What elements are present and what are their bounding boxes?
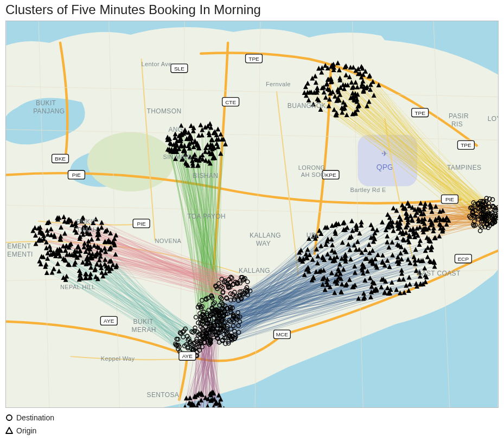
place-label: RIS	[451, 120, 463, 128]
highway-tag-label: TPE	[414, 110, 425, 116]
place-label: NEPAL HILL	[60, 284, 95, 290]
place-label: TIMAH	[76, 226, 98, 234]
highway-tag-label: PIE	[137, 221, 146, 227]
place-label: WAY	[256, 240, 271, 247]
place-label: LOYA	[488, 115, 498, 123]
highway-tag-label: ECP	[458, 256, 469, 262]
triangle-icon	[5, 427, 13, 434]
legend-row-destination: Destination	[5, 412, 499, 423]
place-label: SENTOSA	[147, 391, 180, 399]
airport-code: QPG	[377, 163, 393, 171]
place-label: SIN MING	[163, 154, 192, 160]
place-label: AH SOO	[301, 171, 326, 178]
highway-tag-label: KPE	[326, 172, 336, 178]
place-label: BUKIT	[36, 99, 56, 107]
place-label: EAST COAST	[417, 270, 461, 277]
place-label: BISHAN	[193, 172, 218, 180]
place-label: PANJANG	[33, 107, 65, 115]
highway-tag-label: AYE	[104, 318, 114, 324]
map-frame: ✈ QPG	[5, 21, 499, 408]
highway-tag-label: BKE	[55, 156, 66, 162]
place-label: PASIR	[449, 112, 469, 120]
highway-tag-label: AYE	[182, 353, 193, 359]
svg-point-940	[7, 415, 12, 420]
place-label: NOVENA	[155, 238, 182, 244]
place-label: Lentor Ave	[142, 61, 172, 67]
legend-row-origin: Origin	[5, 425, 499, 436]
park-central	[87, 132, 174, 191]
legend: Destination Origin	[5, 412, 499, 436]
circle-icon	[5, 414, 13, 421]
place-label: MERAH	[132, 326, 156, 334]
highway-tag-label: TPE	[461, 142, 471, 148]
place-label: EMENT	[7, 242, 31, 250]
place-label: Bartley Rd E	[350, 187, 386, 193]
highway-tag-label: SLE	[174, 66, 184, 72]
legend-origin-label: Origin	[16, 425, 36, 436]
map-svg[interactable]: ✈ QPG	[6, 21, 498, 407]
highway-tag-label: TPE	[248, 56, 259, 62]
highway-tag-label: CTE	[225, 99, 236, 105]
highway-tag-label: PIE	[72, 172, 81, 178]
place-label: EMENTI	[7, 251, 33, 258]
place-label: TAMPINES	[447, 164, 481, 171]
place-label: BUKIT	[133, 318, 154, 325]
place-label: Fernvale	[266, 81, 291, 87]
place-label: LORONG	[298, 164, 326, 171]
place-label: BUANGKOK	[288, 102, 326, 110]
place-label: Keppel Way	[101, 355, 135, 362]
place-label: KALLANG	[250, 232, 281, 239]
highway-tag-label: MCE	[276, 331, 289, 337]
land-islet-1	[20, 379, 68, 399]
page-title: Clusters of Five Minutes Booking In Morn…	[5, 2, 499, 17]
place-label: THOMSON	[147, 107, 182, 115]
place-label: TOA PAYOH	[187, 213, 226, 220]
place-label: UBI	[307, 232, 318, 239]
place-label: BUKIT	[76, 218, 97, 226]
highway-tag-label: PIE	[445, 196, 454, 202]
legend-destination-label: Destination	[16, 412, 54, 423]
place-label: ANG	[168, 126, 183, 133]
place-label: KALLANG	[239, 267, 270, 274]
